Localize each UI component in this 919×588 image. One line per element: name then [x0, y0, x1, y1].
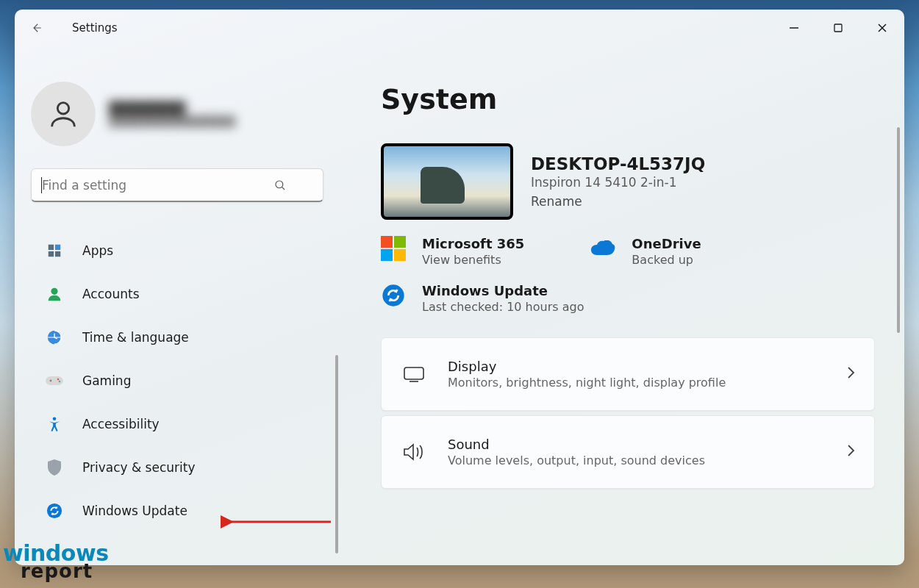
page-title: System	[381, 83, 875, 115]
card-title: Sound	[448, 437, 705, 452]
titlebar: Settings	[15, 10, 904, 46]
status-onedrive[interactable]: OneDrive Backed up	[590, 236, 701, 267]
sidebar-item-accessibility[interactable]: Accessibility	[31, 404, 322, 444]
svg-rect-7	[55, 251, 60, 256]
window-controls	[772, 11, 904, 45]
svg-rect-10	[46, 376, 63, 385]
apps-icon	[46, 242, 63, 259]
status-sub: Backed up	[632, 253, 701, 267]
status-title: Microsoft 365	[422, 236, 524, 251]
svg-rect-6	[49, 251, 54, 256]
settings-window: Settings ████████ ████████████████	[15, 10, 904, 565]
card-sound[interactable]: Sound Volume levels, output, input, soun…	[381, 415, 875, 489]
accessibility-icon	[46, 415, 63, 433]
card-sub: Volume levels, output, input, sound devi…	[448, 453, 705, 467]
sidebar-item-label: Accounts	[82, 287, 140, 301]
sidebar-item-label: Time & language	[82, 330, 189, 345]
status-grid: Microsoft 365 View benefits OneDrive Bac…	[381, 236, 875, 267]
pc-model: Inspiron 14 5410 2-in-1	[531, 175, 705, 190]
svg-rect-17	[404, 368, 423, 379]
sidebar-item-accounts[interactable]: Accounts	[31, 273, 322, 314]
sidebar-item-label: Windows Update	[82, 503, 187, 518]
profile-section[interactable]: ████████ ████████████████	[31, 82, 322, 146]
device-wallpaper-thumb	[381, 143, 513, 220]
sidebar-item-time-language[interactable]: Time & language	[31, 317, 322, 357]
display-icon	[401, 361, 427, 387]
sidebar-item-label: Privacy & security	[82, 460, 196, 475]
nav-list: Apps Accounts Time & language	[31, 230, 322, 531]
svg-point-14	[53, 417, 57, 420]
pc-name: DESKTOP-4L537JQ	[531, 154, 705, 173]
time-language-icon	[46, 329, 63, 346]
svg-point-11	[50, 379, 52, 381]
svg-point-15	[47, 503, 62, 517]
device-section: DESKTOP-4L537JQ Inspiron 14 5410 2-in-1 …	[381, 143, 875, 220]
text-caret	[41, 177, 42, 193]
main-scrollbar[interactable]	[897, 127, 900, 333]
svg-rect-1	[834, 24, 842, 32]
card-display[interactable]: Display Monitors, brightness, night ligh…	[381, 337, 875, 411]
onedrive-icon	[590, 236, 615, 261]
status-title: Windows Update	[422, 283, 584, 298]
sidebar: ████████ ████████████████ Apps	[15, 46, 338, 565]
maximize-icon	[833, 23, 843, 33]
svg-point-2	[57, 103, 68, 114]
svg-point-13	[59, 380, 61, 382]
sidebar-item-label: Accessibility	[82, 417, 160, 431]
microsoft-logo-icon	[381, 236, 406, 261]
close-button[interactable]	[860, 11, 904, 45]
windows-update-icon	[46, 502, 63, 520]
card-title: Display	[448, 359, 726, 374]
svg-point-16	[382, 284, 404, 306]
minimize-button[interactable]	[772, 11, 816, 45]
sidebar-item-label: Apps	[82, 243, 113, 258]
sidebar-item-apps[interactable]: Apps	[31, 230, 322, 270]
sidebar-item-windows-update[interactable]: Windows Update	[31, 490, 322, 531]
close-icon	[877, 23, 887, 33]
minimize-icon	[789, 23, 799, 33]
chevron-right-icon	[846, 444, 855, 460]
card-sub: Monitors, brightness, night light, displ…	[448, 376, 726, 390]
accounts-icon	[46, 285, 63, 303]
gaming-icon	[46, 372, 63, 390]
sidebar-item-label: Gaming	[82, 373, 131, 388]
profile-text-redacted: ████████ ████████████████	[109, 101, 235, 127]
settings-card-list: Display Monitors, brightness, night ligh…	[381, 337, 875, 489]
svg-point-8	[51, 287, 57, 294]
svg-point-12	[57, 378, 60, 380]
arrow-left-icon	[29, 21, 43, 35]
chevron-right-icon	[846, 366, 855, 382]
avatar	[31, 82, 96, 146]
update-icon	[381, 283, 406, 308]
rename-link[interactable]: Rename	[531, 194, 705, 209]
search-wrap	[31, 168, 322, 202]
svg-rect-5	[55, 244, 60, 249]
device-info: DESKTOP-4L537JQ Inspiron 14 5410 2-in-1 …	[531, 154, 705, 209]
status-sub: View benefits	[422, 253, 524, 267]
person-icon	[46, 97, 80, 131]
status-sub: Last checked: 10 hours ago	[422, 300, 584, 314]
status-windows-update[interactable]: Windows Update Last checked: 10 hours ag…	[381, 283, 875, 314]
maximize-button[interactable]	[816, 11, 860, 45]
search-input[interactable]	[31, 168, 323, 202]
status-title: OneDrive	[632, 236, 701, 251]
sound-icon	[401, 439, 427, 465]
back-button[interactable]	[19, 11, 53, 45]
sidebar-item-gaming[interactable]: Gaming	[31, 360, 322, 401]
main-content: System DESKTOP-4L537JQ Inspiron 14 5410 …	[338, 46, 904, 565]
sidebar-item-privacy-security[interactable]: Privacy & security	[31, 447, 322, 487]
status-ms365[interactable]: Microsoft 365 View benefits	[381, 236, 524, 267]
window-title: Settings	[72, 21, 118, 35]
svg-rect-4	[49, 244, 54, 249]
shield-icon	[46, 459, 63, 476]
